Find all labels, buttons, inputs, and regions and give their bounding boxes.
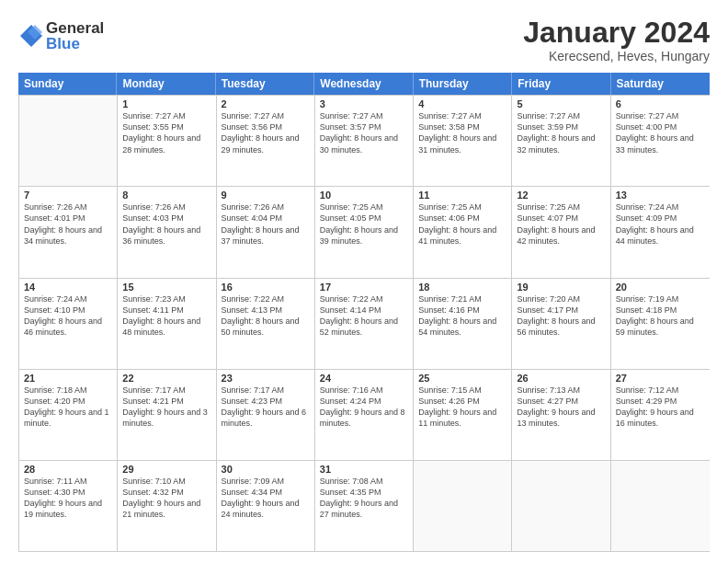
calendar-cell <box>19 96 118 186</box>
day-number: 15 <box>122 282 210 293</box>
day-number: 20 <box>616 282 705 293</box>
calendar-cell: 19Sunrise: 7:20 AM Sunset: 4:17 PM Dayli… <box>512 279 610 369</box>
day-number: 30 <box>222 464 310 475</box>
cell-info: Sunrise: 7:25 AM Sunset: 4:05 PM Dayligh… <box>320 201 408 247</box>
day-number: 5 <box>517 98 605 109</box>
calendar-cell: 27Sunrise: 7:12 AM Sunset: 4:29 PM Dayli… <box>611 370 710 460</box>
calendar-cell: 20Sunrise: 7:19 AM Sunset: 4:18 PM Dayli… <box>611 279 710 369</box>
calendar-cell: 9Sunrise: 7:26 AM Sunset: 4:04 PM Daylig… <box>217 187 315 277</box>
cell-info: Sunrise: 7:26 AM Sunset: 4:04 PM Dayligh… <box>222 201 310 247</box>
day-number: 6 <box>616 98 705 109</box>
day-number: 16 <box>222 282 310 293</box>
calendar-cell: 16Sunrise: 7:22 AM Sunset: 4:13 PM Dayli… <box>217 279 315 369</box>
day-header-wednesday: Wednesday <box>314 73 413 95</box>
cell-info: Sunrise: 7:11 AM Sunset: 4:30 PM Dayligh… <box>24 476 112 521</box>
calendar-body: 1Sunrise: 7:27 AM Sunset: 3:55 PM Daylig… <box>18 95 710 552</box>
calendar-cell <box>414 461 512 551</box>
day-number: 10 <box>320 190 408 201</box>
cell-info: Sunrise: 7:22 AM Sunset: 4:13 PM Dayligh… <box>222 293 310 339</box>
logo: General Blue <box>18 20 104 52</box>
calendar-cell: 1Sunrise: 7:27 AM Sunset: 3:55 PM Daylig… <box>118 96 216 186</box>
cell-info: Sunrise: 7:18 AM Sunset: 4:20 PM Dayligh… <box>24 385 112 430</box>
calendar-cell: 23Sunrise: 7:17 AM Sunset: 4:23 PM Dayli… <box>217 370 315 460</box>
cell-info: Sunrise: 7:08 AM Sunset: 4:35 PM Dayligh… <box>320 476 408 521</box>
calendar-cell: 17Sunrise: 7:22 AM Sunset: 4:14 PM Dayli… <box>315 279 414 369</box>
cell-info: Sunrise: 7:12 AM Sunset: 4:29 PM Dayligh… <box>616 385 705 430</box>
calendar-cell: 15Sunrise: 7:23 AM Sunset: 4:11 PM Dayli… <box>118 279 216 369</box>
cell-info: Sunrise: 7:09 AM Sunset: 4:34 PM Dayligh… <box>222 476 310 521</box>
cell-info: Sunrise: 7:27 AM Sunset: 3:59 PM Dayligh… <box>517 110 605 155</box>
calendar-row-3: 21Sunrise: 7:18 AM Sunset: 4:20 PM Dayli… <box>19 369 710 460</box>
calendar-cell: 6Sunrise: 7:27 AM Sunset: 4:00 PM Daylig… <box>611 96 710 186</box>
day-number: 11 <box>418 190 506 201</box>
header-right: January 2024 Kerecsend, Heves, Hungary <box>523 17 710 63</box>
day-header-saturday: Saturday <box>611 73 710 95</box>
calendar-cell: 5Sunrise: 7:27 AM Sunset: 3:59 PM Daylig… <box>512 96 610 186</box>
cell-info: Sunrise: 7:19 AM Sunset: 4:18 PM Dayligh… <box>616 293 705 339</box>
day-number: 21 <box>24 373 112 384</box>
cell-info: Sunrise: 7:21 AM Sunset: 4:16 PM Dayligh… <box>418 293 506 339</box>
calendar-cell: 24Sunrise: 7:16 AM Sunset: 4:24 PM Dayli… <box>315 370 414 460</box>
logo-general-label: General <box>46 20 104 36</box>
calendar-row-1: 7Sunrise: 7:26 AM Sunset: 4:01 PM Daylig… <box>19 186 710 277</box>
cell-info: Sunrise: 7:27 AM Sunset: 3:55 PM Dayligh… <box>122 110 210 155</box>
header: General Blue January 2024 Kerecsend, Hev… <box>18 17 710 63</box>
day-number: 4 <box>418 98 506 109</box>
calendar-cell: 12Sunrise: 7:25 AM Sunset: 4:07 PM Dayli… <box>512 187 610 277</box>
day-number: 22 <box>122 373 210 384</box>
calendar-cell: 28Sunrise: 7:11 AM Sunset: 4:30 PM Dayli… <box>19 461 118 551</box>
cell-info: Sunrise: 7:27 AM Sunset: 3:56 PM Dayligh… <box>222 110 310 155</box>
day-header-friday: Friday <box>512 73 610 95</box>
cell-info: Sunrise: 7:27 AM Sunset: 4:00 PM Dayligh… <box>616 110 705 155</box>
day-header-monday: Monday <box>117 73 215 95</box>
day-number: 9 <box>222 190 310 201</box>
calendar-cell: 30Sunrise: 7:09 AM Sunset: 4:34 PM Dayli… <box>217 461 315 551</box>
day-number: 29 <box>122 464 210 475</box>
day-number: 14 <box>24 282 112 293</box>
calendar-cell: 2Sunrise: 7:27 AM Sunset: 3:56 PM Daylig… <box>217 96 315 186</box>
calendar-cell: 26Sunrise: 7:13 AM Sunset: 4:27 PM Dayli… <box>512 370 610 460</box>
cell-info: Sunrise: 7:25 AM Sunset: 4:06 PM Dayligh… <box>418 201 506 247</box>
day-number: 13 <box>616 190 705 201</box>
calendar-cell: 3Sunrise: 7:27 AM Sunset: 3:57 PM Daylig… <box>315 96 414 186</box>
day-number: 18 <box>418 282 506 293</box>
cell-info: Sunrise: 7:22 AM Sunset: 4:14 PM Dayligh… <box>320 293 408 339</box>
day-number: 25 <box>418 373 506 384</box>
calendar-cell: 11Sunrise: 7:25 AM Sunset: 4:06 PM Dayli… <box>414 187 512 277</box>
cell-info: Sunrise: 7:13 AM Sunset: 4:27 PM Dayligh… <box>517 385 605 430</box>
day-number: 12 <box>517 190 605 201</box>
day-header-tuesday: Tuesday <box>216 73 314 95</box>
calendar-cell: 7Sunrise: 7:26 AM Sunset: 4:01 PM Daylig… <box>19 187 118 277</box>
cell-info: Sunrise: 7:23 AM Sunset: 4:11 PM Dayligh… <box>122 293 210 339</box>
day-header-thursday: Thursday <box>414 73 512 95</box>
cell-info: Sunrise: 7:20 AM Sunset: 4:17 PM Dayligh… <box>517 293 605 339</box>
calendar-cell: 8Sunrise: 7:26 AM Sunset: 4:03 PM Daylig… <box>118 187 216 277</box>
cell-info: Sunrise: 7:25 AM Sunset: 4:07 PM Dayligh… <box>517 201 605 247</box>
month-title: January 2024 <box>523 17 710 49</box>
logo-text: General Blue <box>46 20 104 52</box>
calendar-cell: 25Sunrise: 7:15 AM Sunset: 4:26 PM Dayli… <box>414 370 512 460</box>
day-number: 26 <box>517 373 605 384</box>
location: Kerecsend, Heves, Hungary <box>523 49 710 63</box>
calendar-cell: 14Sunrise: 7:24 AM Sunset: 4:10 PM Dayli… <box>19 279 118 369</box>
day-number: 3 <box>320 98 408 109</box>
day-number: 28 <box>24 464 112 475</box>
calendar-cell: 29Sunrise: 7:10 AM Sunset: 4:32 PM Dayli… <box>118 461 216 551</box>
day-number: 19 <box>517 282 605 293</box>
cell-info: Sunrise: 7:27 AM Sunset: 3:57 PM Dayligh… <box>320 110 408 155</box>
day-header-sunday: Sunday <box>18 73 117 95</box>
calendar-row-0: 1Sunrise: 7:27 AM Sunset: 3:55 PM Daylig… <box>19 95 710 186</box>
cell-info: Sunrise: 7:24 AM Sunset: 4:09 PM Dayligh… <box>616 201 705 247</box>
cell-info: Sunrise: 7:10 AM Sunset: 4:32 PM Dayligh… <box>122 476 210 521</box>
calendar-row-4: 28Sunrise: 7:11 AM Sunset: 4:30 PM Dayli… <box>19 460 710 551</box>
day-number: 7 <box>24 190 112 201</box>
cell-info: Sunrise: 7:27 AM Sunset: 3:58 PM Dayligh… <box>418 110 506 155</box>
logo-icon <box>18 23 44 49</box>
calendar-cell <box>611 461 710 551</box>
day-number: 17 <box>320 282 408 293</box>
calendar-cell: 13Sunrise: 7:24 AM Sunset: 4:09 PM Dayli… <box>611 187 710 277</box>
cell-info: Sunrise: 7:26 AM Sunset: 4:03 PM Dayligh… <box>122 201 210 247</box>
calendar-row-2: 14Sunrise: 7:24 AM Sunset: 4:10 PM Dayli… <box>19 278 710 369</box>
calendar-header: SundayMondayTuesdayWednesdayThursdayFrid… <box>18 73 710 95</box>
logo-blue-label: Blue <box>46 36 104 52</box>
